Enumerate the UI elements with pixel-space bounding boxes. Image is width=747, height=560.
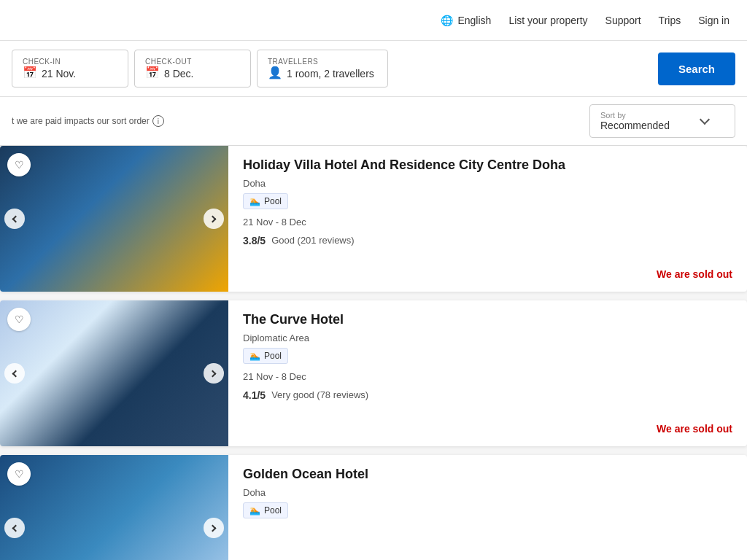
calendar-icon: 📅: [23, 66, 37, 79]
sort-notice: t we are paid impacts our sort order i: [12, 115, 164, 127]
hotel-image: ♡: [0, 455, 228, 560]
rating-score: 3.8/5: [243, 235, 266, 246]
sort-label-main: Recommended: [600, 120, 670, 131]
hotel-location: Doha: [243, 487, 732, 498]
sign-in-link[interactable]: Sign in: [698, 15, 729, 26]
sort-label-small: Sort by: [600, 111, 670, 120]
hotel-name: Holiday Villa Hotel And Residence City C…: [243, 158, 732, 174]
sort-notice-text: t we are paid impacts our sort order: [12, 116, 150, 126]
travellers-label: Travellers: [268, 58, 377, 66]
list-property-label: List your property: [508, 15, 587, 26]
pool-icon: 🏊: [249, 196, 260, 206]
pool-icon: 🏊: [249, 351, 260, 361]
hotel-name: Golden Ocean Hotel: [243, 467, 732, 483]
person-icon: 👤: [268, 66, 282, 79]
amenity-label: Pool: [264, 505, 282, 516]
hotel-list: ♡ Holiday Villa Hotel And Residence City…: [0, 146, 747, 560]
prev-image-button[interactable]: [4, 363, 25, 384]
support-link[interactable]: Support: [605, 15, 641, 26]
rating-row: 4.1/5 Very good (78 reviews): [243, 389, 732, 401]
trips-link[interactable]: Trips: [659, 15, 681, 26]
travellers-field[interactable]: Travellers 👤 1 room, 2 travellers: [257, 50, 388, 88]
checkout-field[interactable]: Check-out 📅 8 Dec.: [134, 50, 251, 88]
prev-image-button[interactable]: [4, 209, 25, 229]
save-button[interactable]: ♡: [7, 462, 31, 486]
save-button[interactable]: ♡: [7, 153, 31, 176]
amenity-badge: 🏊 Pool: [243, 348, 288, 364]
language-label: English: [457, 15, 491, 26]
heart-icon: ♡: [15, 314, 24, 325]
next-image-button[interactable]: [204, 363, 224, 384]
sort-dropdown[interactable]: Sort by Recommended: [589, 104, 735, 138]
travellers-value: 1 room, 2 travellers: [287, 68, 374, 79]
checkin-label: Check-in: [23, 58, 117, 66]
checkout-label: Check-out: [145, 58, 240, 66]
list-property-link[interactable]: List your property: [508, 15, 587, 26]
checkout-value: 8 Dec.: [164, 68, 193, 79]
hotel-card: ♡ The Curve Hotel Diplomatic Area 🏊 Pool…: [0, 300, 747, 446]
trips-label: Trips: [659, 15, 681, 26]
search-bar: Check-in 📅 21 Nov. Check-out 📅 8 Dec. Tr…: [0, 41, 747, 97]
arrow-left-icon: [12, 370, 20, 377]
language-selector[interactable]: 🌐 English: [441, 15, 491, 26]
rating-label: Good (201 reviews): [271, 235, 354, 246]
arrow-right-icon: [209, 370, 217, 377]
arrow-left-icon: [12, 215, 20, 222]
next-image-button[interactable]: [204, 209, 224, 229]
filter-sort-bar: t we are paid impacts our sort order i S…: [0, 97, 747, 146]
hotel-name: The Curve Hotel: [243, 312, 732, 328]
amenity-label: Pool: [264, 351, 282, 361]
hotel-image: ♡: [0, 300, 228, 446]
prev-image-button[interactable]: [4, 518, 25, 538]
hotel-info: The Curve Hotel Diplomatic Area 🏊 Pool 2…: [228, 300, 747, 446]
arrow-right-icon: [209, 215, 217, 222]
hotel-info: Golden Ocean Hotel Doha 🏊 Pool: [228, 455, 747, 560]
amenity-badge: 🏊 Pool: [243, 193, 288, 209]
chevron-down-icon: [700, 114, 710, 125]
hotel-image: ♡: [0, 146, 228, 292]
hotel-location: Diplomatic Area: [243, 332, 732, 343]
top-nav: 🌐 English List your property Support Tri…: [0, 0, 747, 41]
checkin-field[interactable]: Check-in 📅 21 Nov.: [12, 50, 128, 88]
hotel-info: Holiday Villa Hotel And Residence City C…: [228, 146, 747, 292]
hotel-location: Doha: [243, 178, 732, 189]
globe-icon: 🌐: [441, 15, 453, 26]
next-image-button[interactable]: [204, 518, 224, 538]
date-range: 21 Nov - 8 Dec: [243, 217, 732, 228]
hotel-card: ♡ Golden Ocean Hotel Doha 🏊 Pool: [0, 455, 747, 560]
sold-out-text: We are sold out: [657, 268, 732, 280]
support-label: Support: [605, 15, 641, 26]
amenity-label: Pool: [264, 196, 282, 206]
rating-row: 3.8/5 Good (201 reviews): [243, 235, 732, 246]
checkin-value: 21 Nov.: [42, 68, 76, 79]
arrow-left-icon: [12, 524, 20, 532]
sort-dropdown-labels: Sort by Recommended: [600, 111, 670, 131]
date-range: 21 Nov - 8 Dec: [243, 371, 732, 382]
pool-icon: 🏊: [249, 505, 260, 516]
sign-in-label: Sign in: [698, 15, 729, 26]
calendar-icon: 📅: [145, 66, 160, 79]
info-icon[interactable]: i: [152, 115, 164, 127]
save-button[interactable]: ♡: [7, 308, 31, 331]
hotel-card: ♡ Holiday Villa Hotel And Residence City…: [0, 146, 747, 292]
heart-icon: ♡: [15, 159, 24, 171]
arrow-right-icon: [209, 524, 217, 532]
amenity-badge: 🏊 Pool: [243, 502, 288, 518]
heart-icon: ♡: [15, 468, 24, 480]
search-button[interactable]: Search: [658, 52, 735, 85]
rating-score: 4.1/5: [243, 389, 266, 401]
sold-out-text: We are sold out: [657, 423, 732, 435]
rating-label: Very good (78 reviews): [271, 389, 368, 400]
